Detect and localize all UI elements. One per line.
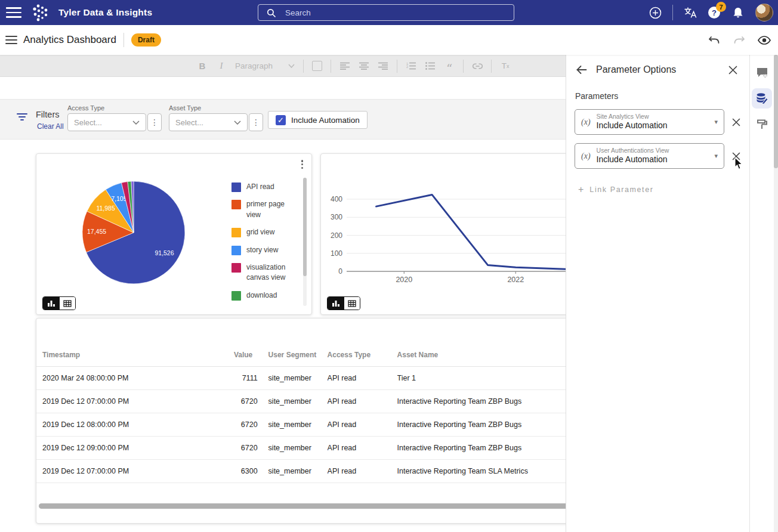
back-arrow-button[interactable]	[575, 63, 589, 77]
align-right-button[interactable]	[378, 60, 388, 73]
undo-button[interactable]	[708, 33, 721, 47]
table-row[interactable]: 2019 Dec 12 07:00:00 PM6720site_memberAP…	[36, 390, 566, 413]
legend-scrollbar[interactable]	[303, 178, 307, 306]
nav-menu-icon[interactable]	[6, 7, 21, 18]
table-column-header[interactable]: Asset Name	[397, 345, 566, 367]
remove-parameter-button[interactable]	[729, 149, 743, 163]
align-center-button[interactable]	[359, 60, 369, 73]
legend-swatch	[231, 291, 241, 301]
data-panel-button[interactable]	[752, 88, 772, 109]
parameter-name: Site Analytics View	[597, 113, 711, 120]
link-parameter-button[interactable]: + Link Parameter	[578, 184, 749, 195]
bold-button[interactable]: B	[197, 60, 208, 73]
legend-item[interactable]: story view	[231, 245, 291, 255]
parameter-x-icon: (x)	[581, 151, 591, 161]
parameter-row: (x) Site Analytics View Include Automati…	[575, 109, 743, 135]
checkbox-checked-icon: ✓	[276, 115, 286, 125]
add-content-icon[interactable]	[649, 6, 662, 19]
blockquote-button[interactable]: “	[444, 60, 455, 73]
include-automation-checkbox[interactable]: ✓ Include Automation	[268, 111, 368, 129]
table-column-header[interactable]: Timestamp	[36, 345, 192, 367]
access-type-filter: Access Type Select... ⋮	[67, 104, 162, 131]
redo-button[interactable]	[733, 33, 746, 47]
table-cell: site_member	[258, 460, 328, 483]
legend-item[interactable]: API read	[231, 182, 291, 192]
y-axis-tick-label: 400	[331, 195, 342, 203]
parameter-select-site-analytics[interactable]: (x) Site Analytics View Include Automati…	[575, 109, 724, 135]
line-series[interactable]	[376, 194, 566, 269]
link-button[interactable]	[472, 60, 483, 73]
right-toolbar-rail	[749, 55, 774, 532]
pie-chart-card: 91,52617,45511,9857,105 API readprimer p…	[36, 153, 312, 315]
remove-parameter-button[interactable]	[729, 115, 743, 129]
italic-button[interactable]: I	[216, 60, 227, 73]
parameter-select-user-authentications[interactable]: (x) User Authentications View Include Au…	[575, 143, 724, 169]
search-box[interactable]	[258, 4, 514, 21]
table-view-button[interactable]	[59, 297, 75, 310]
tyler-logo-icon[interactable]	[30, 2, 51, 23]
legend-item[interactable]: visualization canvas view	[231, 262, 291, 283]
legend-item[interactable]: grid view	[231, 227, 291, 237]
chart-view-button[interactable]	[328, 297, 344, 310]
close-panel-button[interactable]	[725, 63, 740, 77]
plus-icon: +	[578, 184, 584, 195]
table-column-header[interactable]: Value	[192, 345, 258, 367]
chart-view-button[interactable]	[43, 297, 59, 310]
screen: Tyler Data & Insights	[0, 0, 778, 532]
style-paint-roller-button[interactable]	[752, 115, 772, 135]
asset-type-select[interactable]: Select...	[169, 113, 248, 131]
y-axis-tick-label: 200	[331, 231, 342, 240]
asset-type-kebab-button[interactable]: ⋮	[249, 113, 263, 131]
card-kebab-menu[interactable]	[301, 159, 304, 170]
text-format-toolbar: B I Paragraph	[0, 55, 566, 77]
chevron-down-icon	[132, 120, 140, 125]
access-type-select[interactable]: Select...	[67, 113, 146, 131]
table-horizontal-scrollbar[interactable]	[39, 503, 566, 509]
insert-box-icon[interactable]	[312, 61, 322, 71]
table-row[interactable]: 2019 Dec 12 08:00:00 PM6720site_memberAP…	[36, 413, 566, 437]
table-cell: 6720	[192, 413, 258, 437]
legend-item[interactable]: download	[231, 290, 291, 301]
user-avatar[interactable]	[755, 4, 773, 21]
paragraph-style-dropdown[interactable]: Paragraph	[235, 61, 295, 70]
table-row[interactable]: 2020 Mar 24 08:00:00 PM7111site_memberAP…	[36, 367, 566, 390]
top-navbar: Tyler Data & Insights	[0, 0, 778, 25]
table-column-header[interactable]: Access Type	[328, 345, 397, 367]
page-scrollbar[interactable]	[774, 55, 778, 532]
table-row[interactable]: 2019 Dec 12 09:00:00 PM6720site_memberAP…	[36, 437, 566, 460]
table-cell: 2019 Dec 12 08:00:00 PM	[36, 413, 192, 437]
table-cell: 2019 Dec 12 09:00:00 PM	[36, 437, 192, 460]
align-left-button[interactable]	[339, 60, 350, 73]
legend-label: story view	[246, 245, 278, 255]
table-cell: API read	[328, 413, 397, 437]
clear-all-link[interactable]: Clear All	[37, 122, 64, 131]
pie-chart-svg: 91,52617,45511,9857,105	[36, 160, 251, 309]
access-type-kebab-button[interactable]: ⋮	[147, 113, 162, 131]
legend-label: visualization canvas view	[246, 262, 291, 283]
translate-icon[interactable]	[684, 6, 697, 19]
legend-swatch	[231, 246, 241, 255]
dashboard-menu-icon[interactable]	[5, 36, 17, 44]
table-cell: API read	[328, 390, 397, 413]
table-cell: site_member	[258, 390, 328, 413]
bulleted-list-button[interactable]	[425, 60, 436, 73]
numbered-list-button[interactable]: 12	[406, 60, 416, 73]
table-column-header[interactable]: User Segment	[258, 345, 328, 367]
parameter-x-icon: (x)	[581, 117, 591, 127]
search-input[interactable]	[285, 8, 488, 17]
clear-formatting-button[interactable]: Tx	[500, 60, 511, 73]
chevron-down-icon	[234, 120, 241, 125]
table-row[interactable]: 2019 Dec 12 07:00:00 PM6300site_memberAP…	[36, 460, 566, 483]
dropdown-caret-icon: ▾	[714, 118, 718, 126]
parameter-row: (x) User Authentications View Include Au…	[575, 143, 743, 169]
editor-bar: Analytics Dashboard Draft	[0, 25, 778, 55]
add-widget-button[interactable]	[752, 62, 772, 82]
chart-table-toggle	[42, 296, 76, 310]
help-icon[interactable]: ? 7	[708, 6, 721, 19]
legend-item[interactable]: primer page view	[231, 199, 291, 220]
svg-text:2: 2	[406, 65, 408, 69]
table-view-button[interactable]	[344, 297, 360, 310]
preview-eye-icon[interactable]	[758, 33, 771, 47]
notifications-bell-icon[interactable]	[731, 6, 745, 19]
table-cell: site_member	[258, 413, 328, 437]
